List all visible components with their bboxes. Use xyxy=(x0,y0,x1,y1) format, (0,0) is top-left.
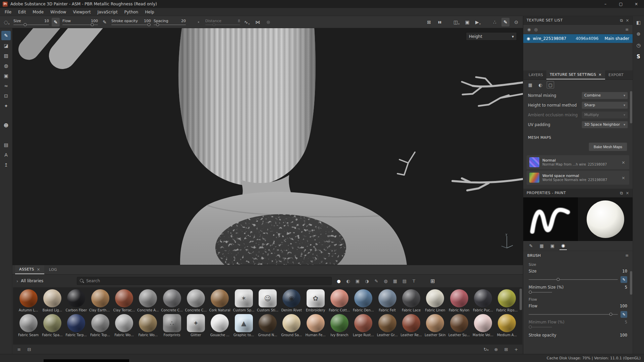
character-tool[interactable]: ☻ xyxy=(1,121,11,130)
tab-assets[interactable]: ASSETS × xyxy=(15,265,44,274)
text-resource-tool[interactable]: A xyxy=(1,150,11,160)
brush-properties-icon[interactable]: ✎ xyxy=(527,242,535,250)
asset-item[interactable]: Human Fe... xyxy=(304,314,327,337)
size-value[interactable]: 10 xyxy=(44,19,49,23)
display-mode-icon[interactable]: ◫▾ xyxy=(452,18,461,26)
display-settings-icon[interactable]: ◧ xyxy=(635,19,642,26)
particles-mode-icon[interactable]: ∴ xyxy=(491,18,499,26)
eye-off-icon[interactable]: ◎ xyxy=(534,27,537,32)
asset-item[interactable]: Fabric Wo... xyxy=(112,314,136,337)
asset-item[interactable]: Fabric Puc... xyxy=(471,289,495,312)
material-mode-icon[interactable]: ▣ xyxy=(463,18,471,26)
clear-resources-icon[interactable]: ⊗ xyxy=(493,347,499,352)
eraser-tool[interactable]: ◪ xyxy=(1,41,11,50)
export-tool[interactable]: ↥ xyxy=(1,160,11,170)
asset-item[interactable]: Leather Re... xyxy=(399,314,423,337)
float-panel-icon[interactable]: ⧉ xyxy=(620,18,623,23)
stroke-opacity-slider[interactable] xyxy=(111,24,151,25)
asset-item[interactable]: ✿ Embroidery xyxy=(304,289,327,312)
filter-environments-icon[interactable]: ▤ xyxy=(401,277,408,285)
add-folder-icon[interactable]: ⊞ xyxy=(503,347,509,352)
tab-export[interactable]: EXPORT xyxy=(605,70,627,79)
asset-item[interactable]: Cork Natural xyxy=(208,289,232,312)
tab-texture-set-settings[interactable]: TEXTURE SET SETTINGS × xyxy=(546,70,605,79)
pause-engine-icon[interactable]: ▮▮ xyxy=(436,18,444,26)
shelf-toggle[interactable]: ▤ xyxy=(1,140,11,149)
asset-item[interactable]: Clay Terrac... xyxy=(112,289,136,312)
asset-item[interactable]: Ground N... xyxy=(256,314,279,337)
asset-item[interactable]: Concrete C... xyxy=(184,289,208,312)
projection-tool[interactable]: ▨ xyxy=(1,51,11,60)
normal-mixing-dropdown[interactable]: Combine ▾ xyxy=(582,92,628,99)
spacing-slider[interactable] xyxy=(154,24,186,25)
brush-size-slider[interactable] xyxy=(529,279,618,280)
mesh-map-world-normal[interactable]: World space normal World Space Normals w… xyxy=(527,171,629,185)
geometry-mask-tool[interactable]: ◍ xyxy=(1,61,11,70)
eye-icon[interactable]: ◉ xyxy=(527,36,530,41)
asset-item[interactable]: Fabric Den... xyxy=(352,289,375,312)
history-icon[interactable]: ◷ xyxy=(635,42,642,49)
asset-item[interactable]: Fabric Top... xyxy=(88,314,112,337)
refresh-icon[interactable]: ↻▾ xyxy=(483,347,489,352)
menu-item[interactable]: Mode xyxy=(29,8,47,16)
camera-mode-icon[interactable]: ▶▾ xyxy=(474,18,482,26)
channel-selector-dropdown[interactable]: Height ▾ xyxy=(466,32,517,41)
search-input[interactable] xyxy=(86,279,329,283)
asset-item[interactable]: Leather Skin xyxy=(423,314,447,337)
grid-view-icon[interactable]: ⊞ xyxy=(430,278,435,284)
tab-layers[interactable]: LAYERS xyxy=(525,70,546,79)
asset-item[interactable]: Fabric Seam xyxy=(16,314,40,337)
alpha-properties-icon[interactable]: ▦ xyxy=(538,242,545,250)
capture-icon[interactable]: ⊙ xyxy=(512,18,520,26)
texture-settings-icon[interactable]: ▦ xyxy=(527,81,534,88)
import-resources-icon[interactable]: + xyxy=(513,347,520,352)
remove-map-icon[interactable]: × xyxy=(620,175,627,180)
size-slider[interactable] xyxy=(13,24,49,25)
asset-item[interactable]: Fabric Cott... xyxy=(327,289,351,312)
menu-item[interactable]: Edit xyxy=(15,8,29,16)
asset-item[interactable]: Fabric Linen xyxy=(423,289,447,312)
asset-item[interactable]: ✦ Glitter xyxy=(184,314,208,337)
asset-item[interactable]: Ground Sa... xyxy=(280,314,304,337)
asset-item[interactable]: Concrete C... xyxy=(160,289,184,312)
scrollbar-thumb[interactable] xyxy=(630,91,632,123)
material-properties-icon[interactable]: ◉ xyxy=(559,242,567,250)
flow-pressure-icon[interactable]: ✎ xyxy=(52,18,60,26)
close-button[interactable]: × xyxy=(629,0,644,8)
asset-item[interactable]: Fabric Rips... xyxy=(495,289,519,312)
paint-brush-tool[interactable]: ✎ xyxy=(1,31,11,40)
scrollbar-thumb[interactable] xyxy=(520,289,522,310)
asset-item[interactable]: Marble Vei... xyxy=(471,314,495,337)
falloff-curve-icon[interactable]: ∿▾ xyxy=(243,18,251,26)
uv-padding-dropdown[interactable]: 3D Space Neighbor ▾ xyxy=(582,121,628,128)
brush-flow-slider[interactable] xyxy=(529,314,618,315)
section-options-icon[interactable]: ≡ xyxy=(625,253,629,258)
distance-mode-icon[interactable]: • xyxy=(195,18,203,26)
list-options-icon[interactable]: ≡ xyxy=(625,27,629,32)
asset-item[interactable]: Fabric Tarp... xyxy=(64,314,88,337)
filter-textures-icon[interactable]: ▦ xyxy=(391,277,399,285)
maximize-button[interactable]: ▢ xyxy=(613,0,629,8)
filter-alphas-icon[interactable]: ◍ xyxy=(382,277,389,285)
menu-item[interactable]: Viewport xyxy=(69,8,94,16)
filter-brushes-icon[interactable]: ✎ xyxy=(373,277,380,285)
height-to-normal-dropdown[interactable]: Sharp ▾ xyxy=(582,102,628,109)
min-size-value[interactable]: 5 xyxy=(625,285,627,290)
asset-item[interactable]: Concrete A... xyxy=(136,289,160,312)
asset-item[interactable]: Carbon Fiber xyxy=(64,289,88,312)
mesh-settings-icon[interactable]: ▢ xyxy=(547,81,554,88)
menu-item[interactable]: Window xyxy=(47,8,69,16)
stroke-opacity-value[interactable]: 100 xyxy=(144,19,151,23)
asset-item[interactable]: Ivy Branch xyxy=(327,314,351,337)
mesh-map-normal[interactable]: Normal Normal Map from ...h wire_2251980… xyxy=(527,155,629,169)
menu-item[interactable]: Help xyxy=(142,8,157,16)
texture-set-row[interactable]: ◉ wire_225198087 4096x4096 Main shader xyxy=(523,34,633,43)
stroke-opacity-value[interactable]: 100 xyxy=(620,333,627,338)
asset-item[interactable]: Large Rust... xyxy=(352,314,375,337)
list-view-icon[interactable]: ≡ xyxy=(16,347,22,352)
clone-tool[interactable]: ⊡ xyxy=(1,91,11,101)
asset-item[interactable]: Leather Gr... xyxy=(375,314,399,337)
float-panel-icon[interactable]: ⧉ xyxy=(620,191,623,195)
menu-item[interactable]: JavaScript xyxy=(94,8,121,16)
symmetry-icon[interactable]: ⋈ xyxy=(254,18,262,26)
